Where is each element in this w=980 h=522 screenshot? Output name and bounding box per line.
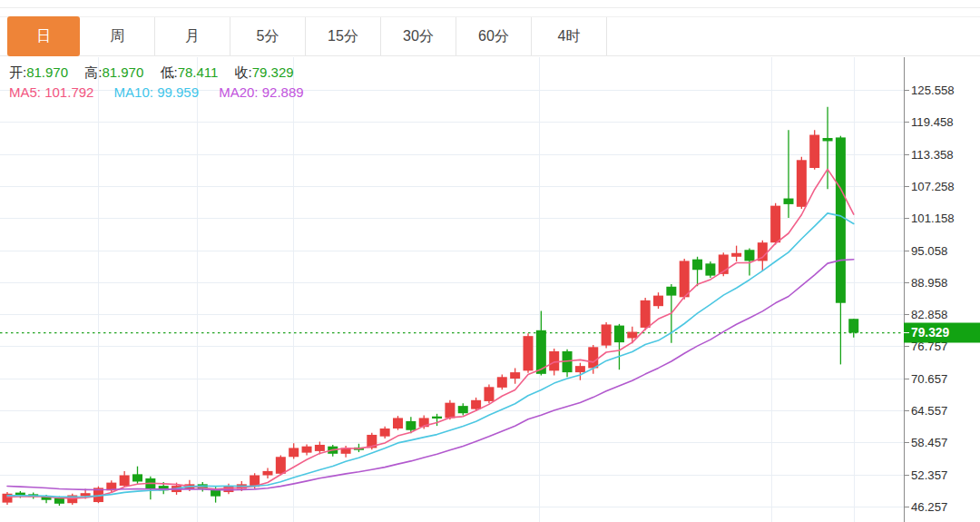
candle-body (458, 406, 468, 413)
candle-body (784, 199, 794, 204)
candle-body (380, 428, 390, 437)
candle-body (797, 160, 807, 207)
candle-body (836, 137, 846, 302)
open-value: 81.970 (26, 64, 68, 80)
close-value: 79.329 (252, 64, 294, 80)
high-label: 高: (84, 64, 102, 80)
candle-body (132, 474, 142, 481)
tab-5min[interactable]: 5分 (230, 17, 306, 55)
candle-body (315, 445, 325, 451)
interval-tabbar: 日 周 月 5分 15分 30分 60分 4时 (0, 16, 980, 56)
candle-body (588, 347, 598, 368)
candle-body (524, 336, 534, 370)
candle-body (653, 296, 663, 307)
candle-body (276, 457, 286, 474)
candle-body (120, 476, 130, 487)
price-axis-label: 70.657 (911, 372, 947, 386)
tab-4hour[interactable]: 4时 (532, 17, 607, 55)
candle-body (680, 261, 690, 297)
candle-body (471, 400, 481, 409)
price-axis-label: 88.958 (911, 276, 947, 290)
candle-body (848, 319, 858, 332)
candle-body (393, 418, 403, 428)
candle-body (406, 421, 416, 430)
current-price-tag: 79.329 (904, 323, 980, 343)
high-value: 81.970 (102, 64, 143, 80)
candle-body (484, 387, 494, 401)
candle-body (731, 253, 741, 257)
candle-body (809, 135, 819, 168)
candle-body (614, 326, 624, 343)
low-label: 低: (160, 64, 177, 80)
price-axis-label: 107.258 (911, 180, 955, 193)
svg-text:79.329: 79.329 (911, 326, 950, 340)
low-value: 78.411 (178, 64, 219, 80)
price-axis-label: 52.357 (911, 468, 947, 482)
candle-body (575, 366, 585, 372)
candle-body (289, 448, 299, 457)
open-label: 开: (9, 64, 26, 80)
price-axis-label: 58.457 (911, 436, 947, 449)
top-divider (0, 7, 980, 8)
candle-body (666, 287, 676, 296)
tab-30min[interactable]: 30分 (381, 17, 456, 55)
price-axis-label: 95.058 (911, 244, 947, 258)
price-axis-label: 119.458 (911, 115, 954, 129)
ma20-readout: MA20: 92.889 (219, 84, 303, 100)
ma-readout: MA5: 101.792 MA10: 99.959 MA20: 92.889 (9, 84, 320, 100)
candle-body (510, 372, 520, 379)
candle-body (770, 206, 780, 243)
candle-body (549, 351, 559, 370)
candle-body (627, 332, 637, 339)
price-axis-label: 113.358 (911, 148, 954, 162)
candle-body (823, 138, 833, 141)
price-axis-label: 64.557 (911, 404, 947, 418)
candle-body (432, 417, 442, 419)
candle-body (692, 260, 702, 271)
ma10-readout: MA10: 99.959 (114, 84, 199, 100)
tab-60min[interactable]: 60分 (456, 17, 532, 55)
candle-body (744, 250, 754, 261)
close-label: 收: (235, 64, 252, 80)
tab-month[interactable]: 月 (155, 17, 230, 55)
candle-body (302, 447, 312, 453)
candle-body (497, 377, 507, 388)
tab-week[interactable]: 周 (80, 17, 155, 55)
candle-body (445, 403, 455, 419)
candle-body (602, 324, 612, 345)
price-axis-label: 101.158 (911, 212, 955, 225)
price-axis-label: 125.558 (911, 84, 955, 97)
ma5-readout: MA5: 101.792 (9, 84, 93, 100)
candle-body (641, 300, 651, 328)
price-axis-label: 46.257 (911, 500, 947, 514)
ohlc-readout: 开:81.970 高:81.970 低:78.411 收:79.329 (9, 64, 307, 82)
tab-day[interactable]: 日 (7, 16, 80, 56)
price-axis-label: 82.858 (911, 308, 947, 321)
tab-15min[interactable]: 15分 (306, 17, 381, 55)
candle-body (705, 263, 715, 275)
candle-body (263, 471, 273, 476)
